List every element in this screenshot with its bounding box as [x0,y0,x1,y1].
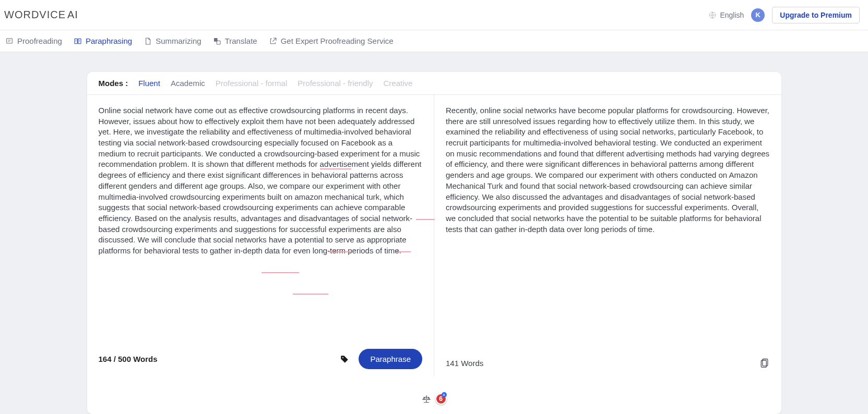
top-header: WORDVICEAI English K Upgrade to Premium [0,0,868,30]
document-check-icon [5,37,14,45]
floating-widgets: 6 [422,393,447,405]
input-text-after: ment yields different degrees of efficie… [99,160,422,255]
main-card: Modes : Fluent Academic Professional - f… [87,72,781,414]
nav-bar: Proofreading Paraphrasing Summarizing Tr… [0,30,868,52]
nav-paraphrasing-label: Paraphrasing [86,36,132,45]
notification-badge[interactable]: 6 [435,393,447,405]
paraphrase-button[interactable]: Paraphrase [359,349,422,369]
nav-summarizing[interactable]: Summarizing [144,36,201,45]
mode-creative[interactable]: Creative [384,79,413,88]
svg-point-6 [342,357,343,358]
nav-summarizing-label: Summarizing [156,36,201,45]
paraphrase-icon [74,37,82,45]
output-word-count: 141 Words [446,359,483,368]
nav-translate[interactable]: Translate [213,36,257,45]
nav-proofreading[interactable]: Proofreading [5,36,62,45]
logo-suffix: AI [67,9,78,21]
badge-count: 6 [439,395,443,403]
input-text-flagged: advertise [320,160,352,169]
upgrade-button[interactable]: Upgrade to Premium [772,7,860,23]
input-footer: 164 / 500 Words Paraphrase [99,343,423,369]
globe-icon [708,11,717,19]
input-text[interactable]: Online social network have come out as e… [99,105,423,343]
output-panel: Recently, online social networks have be… [434,95,781,376]
language-selector[interactable]: English [708,11,744,19]
language-label: English [720,11,744,19]
nav-expert-label: Get Expert Proofreading Service [281,36,394,45]
mode-pro-friendly[interactable]: Professional - friendly [298,79,373,88]
panels: Online social network have come out as e… [87,95,781,376]
svg-rect-1 [7,38,13,43]
workspace: Modes : Fluent Academic Professional - f… [0,52,868,414]
nav-expert[interactable]: Get Expert Proofreading Service [269,36,394,45]
nav-proofreading-label: Proofreading [17,36,62,45]
external-link-icon [269,37,277,45]
nav-paraphrasing[interactable]: Paraphrasing [74,36,132,45]
nav-translate-label: Translate [225,36,257,45]
copy-icon[interactable] [759,357,770,369]
translate-icon [213,37,221,45]
modes-row: Modes : Fluent Academic Professional - f… [87,72,781,95]
input-footer-actions: Paraphrase [340,349,422,369]
balance-scale-icon[interactable] [422,394,431,404]
logo[interactable]: WORDVICEAI [4,9,78,21]
avatar[interactable]: K [751,8,765,22]
mode-fluent[interactable]: Fluent [138,79,160,88]
header-right: English K Upgrade to Premium [708,7,860,23]
output-footer: 141 Words [446,350,770,369]
avatar-initial: K [756,11,760,19]
summarize-icon [144,37,152,45]
output-footer-actions [759,357,770,369]
input-panel: Online social network have come out as e… [87,95,435,376]
mode-academic[interactable]: Academic [171,79,205,88]
tag-icon[interactable] [340,355,349,364]
mode-pro-formal[interactable]: Professional - formal [216,79,288,88]
input-word-count: 164 / 500 Words [99,355,158,363]
modes-label: Modes : [99,79,128,88]
logo-main: WORDVICE [4,9,66,21]
output-text[interactable]: Recently, online social networks have be… [446,105,770,350]
